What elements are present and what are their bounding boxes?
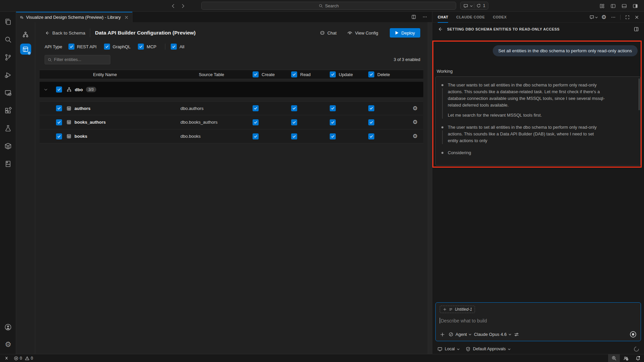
containers-icon[interactable]	[1, 139, 15, 153]
settings-gear-icon[interactable]: ⚙	[1, 338, 15, 351]
chat-sessions-icon[interactable]	[589, 15, 597, 20]
nav-forward-icon[interactable]	[180, 3, 186, 9]
checkbox-checked-icon[interactable]	[291, 71, 297, 77]
checkbox-read[interactable]	[291, 119, 297, 125]
chat-button[interactable]: Chat	[320, 30, 336, 36]
schema-group-row[interactable]: dbo 3/3	[40, 82, 423, 97]
split-editor-icon[interactable]	[411, 14, 416, 19]
remote-indicator-icon[interactable]	[4, 356, 9, 361]
checkbox-checked-icon[interactable]	[104, 44, 110, 50]
checkbox-checked-icon[interactable]	[368, 71, 374, 77]
chat-more-icon[interactable]	[611, 15, 616, 20]
checkbox-checked-icon[interactable]	[68, 44, 74, 50]
collapse-chevron-icon[interactable]	[40, 87, 52, 92]
entity-settings-gear-icon[interactable]: ⚙	[407, 133, 423, 139]
schema-view-icon[interactable]	[20, 29, 31, 40]
tab-claude-code[interactable]: CLAUDE CODE	[456, 12, 485, 23]
checkbox-rest-api[interactable]: REST API	[68, 44, 97, 50]
entity-settings-gear-icon[interactable]: ⚙	[407, 119, 423, 125]
col-read: Read	[291, 71, 330, 77]
copilot-status-pill[interactable]: 1	[460, 2, 488, 10]
editor-scrollbar[interactable]	[428, 22, 432, 354]
checkbox-dbo[interactable]	[56, 86, 62, 93]
checkbox-checked-icon[interactable]	[253, 71, 259, 77]
remote-explorer-icon[interactable]	[1, 86, 15, 100]
approvals-picker[interactable]: Default Approvals	[466, 347, 510, 352]
checkbox-create[interactable]	[253, 105, 259, 111]
chat-input-box[interactable]: Untitled-1 Describe what to build Agent …	[435, 302, 641, 341]
tab-chat[interactable]: CHAT	[438, 12, 448, 23]
source-control-icon[interactable]	[1, 51, 15, 64]
checkbox-all[interactable]: All	[171, 44, 184, 50]
checkbox-create[interactable]	[253, 119, 259, 125]
toggle-secondary-sidebar-icon[interactable]	[633, 3, 638, 9]
checkbox-update[interactable]	[330, 119, 336, 125]
checkbox-graphql[interactable]: GraphQL	[104, 44, 130, 50]
extensions-icon[interactable]	[1, 104, 15, 117]
context-chip[interactable]: Untitled-1	[440, 306, 475, 313]
tab-close-icon[interactable]	[124, 15, 129, 20]
zoom-indicator-icon[interactable]	[608, 354, 620, 362]
file-lines-icon	[449, 307, 453, 311]
search-sidebar-icon[interactable]	[1, 33, 15, 46]
checkbox-entity[interactable]	[56, 119, 62, 125]
customize-layout-icon[interactable]	[599, 3, 605, 9]
open-session-editor-icon[interactable]	[634, 26, 639, 32]
attach-icon[interactable]	[440, 332, 445, 337]
testing-icon[interactable]	[1, 122, 15, 135]
model-picker[interactable]: Claude Opus 4.6	[474, 332, 511, 337]
checkbox-update[interactable]	[330, 105, 336, 111]
toggle-primary-sidebar-icon[interactable]	[610, 3, 616, 9]
toggle-panel-icon[interactable]	[622, 3, 627, 9]
thinking-box[interactable]: The user wants to set all entities in th…	[435, 76, 641, 166]
explorer-icon[interactable]	[1, 15, 15, 28]
problems-indicator[interactable]: 0 0	[14, 356, 33, 361]
checkbox-entity[interactable]	[56, 105, 62, 111]
deploy-button[interactable]: Deploy	[390, 28, 420, 38]
checkbox-read[interactable]	[291, 105, 297, 111]
checkbox-read[interactable]	[291, 133, 297, 139]
run-and-debug-icon[interactable]	[1, 68, 15, 82]
page-title: Data API Builder Configuration (Preview)	[95, 30, 196, 36]
maximize-panel-icon[interactable]	[625, 15, 630, 20]
api-builder-view-icon[interactable]: ⚙	[20, 44, 31, 55]
checkbox-delete[interactable]	[368, 133, 374, 139]
accounts-icon[interactable]	[1, 320, 15, 334]
checkbox-delete[interactable]	[368, 105, 374, 111]
checkbox-checked-icon[interactable]	[330, 71, 336, 77]
session-back-icon[interactable]	[437, 26, 443, 32]
checkbox-update[interactable]	[330, 133, 336, 139]
user-message-bubble: Set all entities in the dbo schema to pe…	[493, 45, 638, 56]
checkbox-mcp[interactable]: MCP	[138, 44, 156, 50]
nav-back-icon[interactable]	[170, 3, 176, 9]
tab-visualize-schema[interactable]: Visualize and Design Schema (Preview) - …	[16, 12, 132, 22]
text-cursor	[440, 318, 440, 323]
accounts-sync-icon[interactable]	[620, 354, 632, 362]
environment-picker[interactable]: Local	[437, 347, 459, 352]
checkbox-delete[interactable]	[368, 119, 374, 125]
database-projects-icon[interactable]	[1, 157, 15, 171]
tab-codex[interactable]: CODEX	[493, 12, 506, 23]
titlebar-search[interactable]: Search	[201, 2, 456, 10]
checkbox-checked-icon[interactable]	[138, 44, 144, 50]
filter-entities-input[interactable]	[54, 57, 104, 62]
view-config-button[interactable]: View Config	[347, 30, 378, 36]
notifications-bell-icon[interactable]	[632, 354, 644, 362]
checkbox-entity[interactable]	[56, 133, 62, 139]
checkbox-create[interactable]	[253, 133, 259, 139]
table-row[interactable]: books dbo.books ⚙	[40, 129, 423, 143]
stop-button[interactable]	[630, 331, 637, 338]
chat-settings-gear-icon[interactable]: ⚙	[601, 14, 606, 20]
chat-input-placeholder[interactable]: Describe what to build	[441, 318, 487, 323]
table-row[interactable]: books_authors dbo.books_authors ⚙	[40, 115, 423, 129]
entity-settings-gear-icon[interactable]: ⚙	[407, 106, 423, 111]
checkbox-checked-icon[interactable]	[171, 44, 177, 50]
table-row[interactable]: authors dbo.authors ⚙	[40, 101, 423, 115]
close-panel-icon[interactable]	[634, 15, 639, 20]
more-actions-icon[interactable]	[422, 14, 427, 19]
agent-mode-picker[interactable]: Agent	[448, 332, 471, 337]
tools-config-icon[interactable]	[514, 332, 519, 337]
bullet-dot	[441, 126, 443, 128]
back-to-schema-button[interactable]: Back to Schema	[45, 31, 85, 36]
thinking-scrollbar[interactable]	[639, 78, 640, 110]
